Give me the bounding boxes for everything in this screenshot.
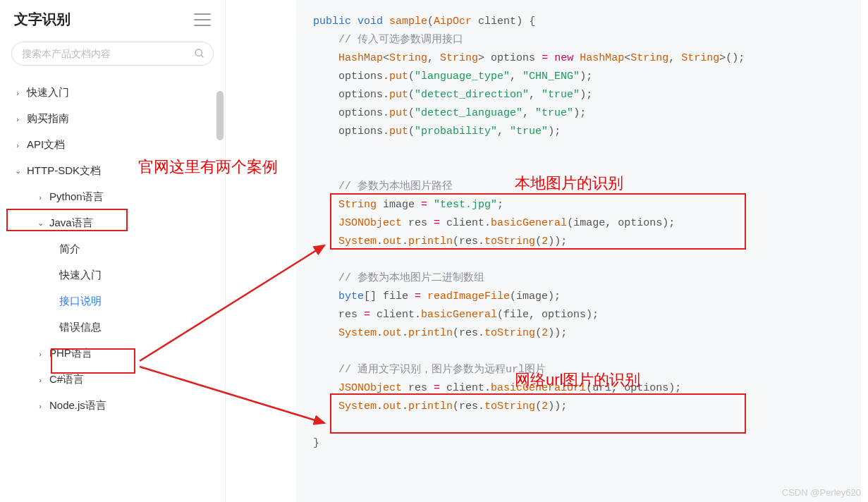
nav-http-sdk[interactable]: ⌄HTTP-SDK文档 [0,158,225,184]
chevron-right-icon: › [37,376,44,384]
code-token: 2 [542,327,548,339]
code-token: basicGeneral [421,309,497,321]
code-token: toString [484,235,535,247]
nav-python[interactable]: ›Python语言 [0,184,225,210]
code-token: out [383,235,402,247]
chevron-down-icon: ⌄ [14,166,21,176]
code-token: // 参数为本地图片二进制数组 [338,272,484,284]
search-input[interactable] [11,42,214,66]
code-token: out [383,327,402,339]
code-token: ) { [516,16,535,27]
code-token: "probability" [415,126,497,137]
nav-php[interactable]: ›PHP语言 [0,341,225,367]
scrollbar-thumb[interactable] [216,91,224,140]
sidebar: 文字识别 ›快速入门 ›购买指南 ›API文档 ⌄HTTP-SDK文档 ›Pyt… [0,0,226,502]
nav-purchase[interactable]: ›购买指南 [0,106,225,132]
nav-label: 快速入门 [59,269,102,282]
code-token: 2 [542,235,548,247]
nav-tree: ›快速入门 ›购买指南 ›API文档 ⌄HTTP-SDK文档 ›Python语言… [0,75,225,502]
code-token: byte [338,290,364,302]
code-token: println [408,327,453,339]
code-token: url [592,382,611,394]
search-icon [194,48,205,59]
code-token: new [554,52,573,64]
nav-intro[interactable]: 简介 [0,236,225,262]
code-token: image [377,199,421,211]
chevron-right-icon: › [37,350,44,358]
code-token: // 参数为本地图片路径 [338,180,453,192]
code-token: out [383,400,402,412]
code-token: public [313,16,351,27]
nav-label: 简介 [59,243,80,256]
nav-label: Node.js语言 [49,399,106,412]
nav-quick[interactable]: 快速入门 [0,262,225,288]
chevron-right-icon: › [14,89,21,97]
hamburger-icon[interactable] [194,13,211,26]
code-token: readImageFile [427,290,510,302]
nav-interface[interactable]: 接口说明 [0,288,225,314]
nav-label: 购买指南 [27,112,69,126]
nav-label: API文档 [27,138,65,152]
nav-label: Python语言 [49,190,104,204]
code-token: HashMap [580,52,624,64]
nav-label: Java语言 [49,216,93,230]
nav-nodejs[interactable]: ›Node.js语言 [0,393,225,419]
chevron-right-icon: › [37,402,44,410]
code-token: String [338,199,377,211]
code-token: // 传入可选参数调用接口 [338,34,463,46]
code-token: client [440,217,484,229]
chevron-right-icon: › [14,141,21,149]
nav-quickstart[interactable]: ›快速入门 [0,80,225,106]
code-token: println [408,400,453,412]
code-token: String [681,52,719,64]
code-token: "true" [542,89,580,101]
code-token: "detect_language" [415,107,522,119]
code-token: basicGeneralUrl [491,382,586,394]
nav-label: 接口说明 [59,295,102,308]
nav-label: PHP语言 [49,347,92,360]
code-token: [] file [364,290,415,302]
code-token: "true" [510,126,548,137]
svg-point-0 [195,49,202,56]
code-token: "language_type" [415,71,510,82]
nav-error[interactable]: 错误信息 [0,314,225,341]
nav-csharp[interactable]: ›C#语言 [0,367,225,393]
chevron-right-icon: › [14,115,21,123]
code-token: // 通用文字识别，图片参数为远程url图片 [338,364,546,376]
nav-label: C#语言 [49,373,84,386]
code-token: "test.jpg" [434,199,497,211]
code-token: String [630,52,668,64]
nav-label: HTTP-SDK文档 [27,164,101,178]
nav-apidoc[interactable]: ›API文档 [0,132,225,158]
code-token: client [472,16,516,27]
watermark: CSDN @Perley620 [782,487,861,498]
code-token: toString [484,327,535,339]
code-token: res [402,382,434,394]
code-token: client [440,382,484,394]
nav-label: 快速入门 [27,86,69,99]
code-token: System [338,235,377,247]
nav-label: 错误信息 [59,321,102,334]
code-token: put [389,107,408,119]
code-token: HashMap [338,52,383,64]
code-token: res [402,217,434,229]
svg-line-1 [201,55,203,57]
code-token: void [357,16,383,27]
code-token: sample [389,16,427,27]
nav-java[interactable]: ⌄Java语言 [0,210,225,236]
search-box [11,42,214,66]
code-token: String [389,52,427,64]
code-token: basicGeneral [491,217,567,229]
code-token: JSONObject [338,382,402,394]
code-token: 2 [542,400,548,412]
code-token: String [440,52,478,64]
sidebar-header: 文字识别 [0,0,225,36]
code-block: public void sample(AipOcr client) { // 传… [296,0,861,502]
code-token: toString [484,400,535,412]
chevron-down-icon: ⌄ [37,219,44,228]
code-token: "detect_direction" [415,89,529,101]
main-content: public void sample(AipOcr client) { // 传… [226,0,868,502]
code-token: System [338,400,377,412]
code-token: "CHN_ENG" [522,71,580,82]
chevron-right-icon: › [37,193,44,202]
